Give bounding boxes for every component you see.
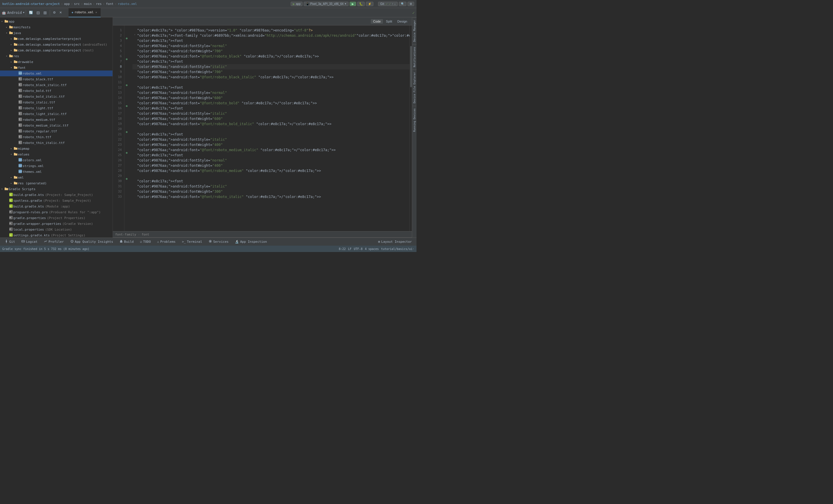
tree-arrow-xml2[interactable]: ▸ [9,176,13,179]
tree-item-spotless_gradle[interactable]: Gspotless.gradle(Project: Sample_Project… [0,198,113,203]
breadcrumb-font-item[interactable]: font [141,233,149,236]
tree-item-roboto_bold_italic_ttf[interactable]: Troboto_bold_italic.ttf [0,94,113,99]
tree-item-app[interactable]: ▾app [0,19,113,24]
code-text-15[interactable]: "color:#9876aa;">android:font="@font/rob… [137,101,409,106]
collapse-all-button[interactable]: ✕ [58,10,63,15]
tree-item-build_gradle_1[interactable]: Gbuild.gradle.kts(Project: Sample_Projec… [0,192,113,198]
tree-item-xml2[interactable]: ▸xml [0,175,113,180]
tree-arrow-com2[interactable]: ▸ [9,43,13,46]
code-text-21[interactable]: "color:#e8c17a;"><font [137,132,409,137]
tree-item-com2[interactable]: ▸com.delasign.samplestarterproject(andro… [0,42,113,47]
tree-arrow-res_generated[interactable]: ▸ [9,182,13,185]
fold-2[interactable]: ▾ [133,33,137,37]
code-text-12[interactable]: "color:#e8c17a;"><font [137,85,409,90]
app-quality-tab[interactable]: i App Quality Insights [68,239,115,245]
tree-item-gradle_wrapper_properties[interactable]: Pgradle-wrapper.properties(Gradle Versio… [0,221,113,227]
tree-item-roboto_xml[interactable]: </>roboto.xml [0,71,113,76]
android-selector[interactable]: 🤖 Android ▼ [2,11,24,15]
layout-inspector-tab[interactable]: ⊞ Layout Inspector [376,239,414,245]
code-text-13[interactable]: "color:#9876aa;">android:fontStyle="norm… [137,90,409,95]
code-text-10[interactable]: "color:#9876aa;">android:font="@font/rob… [137,75,409,80]
tree-item-com3[interactable]: ▸com.delasign.samplestarterproject(test) [0,47,113,53]
code-text-5[interactable]: "color:#9876aa;">android:fontWeight="700… [137,49,409,54]
device-manager-tab[interactable]: Device Manager [412,17,416,44]
code-text-25[interactable]: "color:#e8c17a;"><font [137,153,409,158]
code-text-30[interactable]: "color:#e8c17a;"><font [137,179,409,184]
device-file-explorer-tab[interactable]: Device File Explorer [412,69,416,105]
tree-item-java[interactable]: ▾java [0,30,113,36]
tree-item-roboto_regular_ttf[interactable]: Troboto_regular.ttf [0,128,113,134]
structure-view-button[interactable]: ⊟ [35,9,41,16]
tree-item-themes_xml[interactable]: </>themes.xml [0,169,113,175]
profiler-tab[interactable]: Profiler [42,239,66,245]
sync-project-button[interactable]: 🔄 [27,10,34,15]
code-text-3[interactable]: "color:#e8c17a;"><font [137,38,409,43]
code-text-1[interactable]: "color:#e8c17a;"> "color:#9876aa;">versi… [137,28,409,33]
tree-item-com1[interactable]: ▸com.delasign.samplestarterproject [0,36,113,42]
tree-item-build_gradle_2[interactable]: Gbuild.gradle.kts(Module :app) [0,203,113,209]
tree-arrow-res[interactable]: ▾ [5,55,9,57]
running-devices-tab[interactable]: Running Devices [412,106,416,134]
breadcrumb-main[interactable]: main [84,2,92,6]
code-text-7[interactable]: "color:#e8c17a;"><font [137,59,409,64]
tree-item-roboto_light_italic_ttf[interactable]: Troboto_light_italic.ttf [0,111,113,117]
breadcrumb-res[interactable]: res [96,2,101,6]
breadcrumb-src[interactable]: src [74,2,80,6]
breadcrumb-app[interactable]: app [64,2,70,6]
logcat-tab[interactable]: Logcat [19,239,40,245]
tree-item-roboto_thin_ttf[interactable]: Troboto_thin.ttf [0,134,113,140]
tree-item-drawable[interactable]: ▸drawable [0,59,113,65]
code-text-26[interactable]: "color:#9876aa;">android:fontStyle="norm… [137,158,409,163]
tree-arrow-com1[interactable]: ▸ [9,37,13,40]
tree-item-roboto_black_italic_ttf[interactable]: Troboto_black_italic.ttf [0,82,113,88]
tree-item-roboto_italic_ttf[interactable]: Troboto_italic.ttf [0,99,113,105]
code-text-14[interactable]: "color:#9876aa;">android:fontWeight="600… [137,95,409,101]
run-exec-button[interactable]: ▶ [350,2,356,6]
code-text-20[interactable] [137,127,409,132]
tree-arrow-mipmap[interactable]: ▸ [9,147,13,150]
code-text-18[interactable]: "color:#9876aa;">android:fontWeight="600… [137,116,409,121]
code-text-32[interactable]: "color:#9876aa;">android:fontWeight="300… [137,189,409,194]
split-view-button[interactable]: Split [383,19,394,24]
design-view-button[interactable]: Design [395,19,409,24]
tree-item-roboto_thin_italic_ttf[interactable]: Troboto_thin_italic.ttf [0,140,113,146]
breadcrumb-font-family[interactable]: font-family [115,233,136,236]
tree-item-res[interactable]: ▾res [0,53,113,59]
tree-item-values[interactable]: ▾values [0,151,113,157]
code-text-17[interactable]: "color:#9876aa;">android:fontStyle="ital… [137,111,409,116]
tree-arrow-drawable[interactable]: ▸ [9,60,13,63]
tree-item-manifests[interactable]: ▸manifests [0,24,113,30]
code-text-29[interactable] [137,173,409,179]
encoding[interactable]: UTF-8 [354,247,362,251]
code-text-31[interactable]: "color:#9876aa;">android:fontStyle="ital… [137,184,409,189]
tree-arrow-app[interactable]: ▾ [0,20,4,23]
breadcrumb-file[interactable]: roboto.xml [118,2,137,6]
tree-item-settings_gradle[interactable]: Gsettings.gradle.kts(Project Settings) [0,232,113,237]
tree-item-colors_xml[interactable]: </>colors.xml [0,157,113,163]
code-text-23[interactable]: "color:#9876aa;">android:fontWeight="400… [137,142,409,147]
code-text-11[interactable] [137,80,409,85]
breadcrumb-project[interactable]: kotlin-android-starter-project [2,2,60,6]
search-everywhere-button[interactable]: 🔍 [399,2,406,6]
code-text-2[interactable]: "color:#e8c17a;"><font-family "color:#68… [137,33,409,38]
settings-button[interactable]: ⚙ [407,2,414,6]
code-text-27[interactable]: "color:#9876aa;">android:fontWeight="400… [137,163,409,168]
terminal-tab[interactable]: >_ Terminal [180,239,205,245]
tree-item-font[interactable]: ▾font [0,65,113,71]
code-text-28[interactable]: "color:#9876aa;">android:font="@font/rob… [137,168,409,173]
cursor-position[interactable]: 8:22 [339,247,346,251]
tree-item-roboto_medium_italic_ttf[interactable]: Troboto_medium_italic.ttf [0,123,113,128]
tree-arrow-font[interactable]: ▾ [9,66,13,69]
code-view-button[interactable]: Code [371,19,383,24]
tree-item-roboto_medium_ttf[interactable]: Troboto_medium.ttf [0,117,113,123]
code-text-22[interactable]: "color:#9876aa;">android:fontStyle="ital… [137,137,409,142]
breadcrumb-font[interactable]: font [106,2,114,6]
debug-button[interactable]: 🐛 [357,2,365,6]
location[interactable]: tutorial/basics/ui· [381,247,414,251]
tree-item-proguard[interactable]: Pproguard-rules.pro(ProGuard Rules for "… [0,209,113,215]
tree-arrow-java[interactable]: ▾ [5,31,9,34]
tree-item-roboto_bold_ttf[interactable]: Troboto_bold.ttf [0,88,113,94]
code-text-6[interactable]: "color:#9876aa;">android:font="@font/rob… [137,54,409,59]
tree-arrow-values[interactable]: ▾ [9,153,13,156]
tab-roboto-xml[interactable]: ◆ roboto.xml ✕ [69,8,100,17]
